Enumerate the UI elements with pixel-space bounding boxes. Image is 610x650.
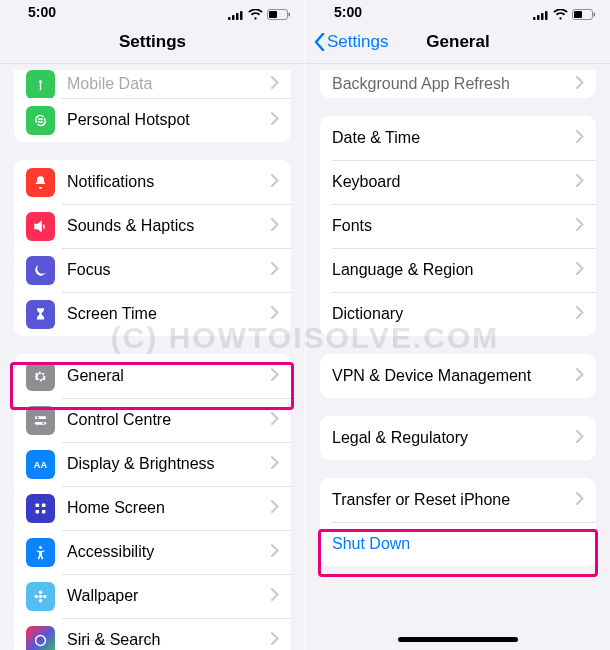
chevron-right-icon: [271, 173, 279, 191]
svg-rect-8: [35, 416, 46, 419]
row-general[interactable]: General: [14, 354, 291, 398]
svg-point-22: [43, 594, 47, 598]
chevron-right-icon: [576, 305, 584, 323]
wifi-icon: [553, 9, 568, 20]
row-home-screen[interactable]: Home Screen: [14, 486, 291, 530]
settings-group-notifications: Notifications Sounds & Haptics Focus Scr…: [14, 160, 291, 336]
chevron-right-icon: [271, 261, 279, 279]
row-label: General: [67, 367, 271, 385]
back-button[interactable]: Settings: [314, 20, 388, 63]
general-group-3: Legal & Regulatory: [320, 416, 596, 460]
status-indicators: [228, 9, 291, 20]
home-indicator[interactable]: [398, 637, 518, 642]
status-time: 5:00: [334, 4, 362, 20]
chevron-right-icon: [576, 261, 584, 279]
signal-icon: [533, 10, 549, 20]
row-mobile-data[interactable]: Mobile Data: [14, 70, 291, 98]
row-label: Focus: [67, 261, 271, 279]
row-date-time[interactable]: Date & Time: [320, 116, 596, 160]
chevron-right-icon: [271, 631, 279, 649]
row-label: Control Centre: [67, 411, 271, 429]
row-shut-down[interactable]: Shut Down: [320, 522, 596, 566]
svg-rect-6: [289, 13, 291, 17]
row-label: Dictionary: [332, 305, 576, 323]
row-label: Wallpaper: [67, 587, 271, 605]
row-label: Transfer or Reset iPhone: [332, 491, 576, 509]
svg-point-10: [37, 416, 39, 418]
svg-rect-30: [594, 13, 596, 17]
row-background-refresh[interactable]: Background App Refresh: [320, 70, 596, 98]
row-label: Legal & Regulatory: [332, 429, 576, 447]
chevron-left-icon: [314, 33, 325, 51]
gear-icon: [26, 362, 55, 391]
chevron-right-icon: [271, 543, 279, 561]
svg-rect-2: [236, 13, 239, 20]
svg-point-11: [42, 422, 44, 424]
svg-rect-16: [42, 509, 46, 513]
svg-point-17: [39, 546, 42, 549]
svg-text:AA: AA: [34, 460, 48, 470]
row-label: Date & Time: [332, 129, 576, 147]
svg-rect-27: [545, 11, 548, 20]
general-group-2: VPN & Device Management: [320, 354, 596, 398]
row-sounds[interactable]: Sounds & Haptics: [14, 204, 291, 248]
switches-icon: [26, 406, 55, 435]
chevron-right-icon: [576, 75, 584, 93]
row-legal[interactable]: Legal & Regulatory: [320, 416, 596, 460]
chevron-right-icon: [271, 587, 279, 605]
general-screen: 5:00 Settings General Background App Ref…: [305, 0, 610, 650]
status-time: 5:00: [28, 4, 56, 20]
row-siri[interactable]: Siri & Search: [14, 618, 291, 650]
row-label: Display & Brightness: [67, 455, 271, 473]
chevron-right-icon: [576, 129, 584, 147]
signal-icon: [228, 10, 244, 20]
hourglass-icon: [26, 300, 55, 329]
grid-icon: [26, 494, 55, 523]
row-dictionary[interactable]: Dictionary: [320, 292, 596, 336]
row-keyboard[interactable]: Keyboard: [320, 160, 596, 204]
row-wallpaper[interactable]: Wallpaper: [14, 574, 291, 618]
row-transfer-reset[interactable]: Transfer or Reset iPhone: [320, 478, 596, 522]
settings-group-partial: Mobile Data Personal Hotspot: [14, 70, 291, 142]
speaker-icon: [26, 212, 55, 241]
row-fonts[interactable]: Fonts: [320, 204, 596, 248]
row-notifications[interactable]: Notifications: [14, 160, 291, 204]
row-vpn[interactable]: VPN & Device Management: [320, 354, 596, 398]
svg-point-18: [39, 594, 43, 598]
svg-point-23: [36, 635, 46, 645]
settings-screen: 5:00 Settings Mobile Data Personal Hotsp…: [0, 0, 305, 650]
row-label: Notifications: [67, 173, 271, 191]
chevron-right-icon: [271, 411, 279, 429]
row-label: Shut Down: [332, 535, 584, 553]
row-display[interactable]: AA Display & Brightness: [14, 442, 291, 486]
chevron-right-icon: [576, 217, 584, 235]
row-language[interactable]: Language & Region: [320, 248, 596, 292]
chevron-right-icon: [576, 429, 584, 447]
wifi-icon: [248, 9, 263, 20]
back-label: Settings: [327, 32, 388, 52]
chevron-right-icon: [271, 367, 279, 385]
row-label: Sounds & Haptics: [67, 217, 271, 235]
row-label: Fonts: [332, 217, 576, 235]
svg-rect-25: [537, 15, 540, 20]
statusbar: 5:00: [306, 0, 610, 20]
chevron-right-icon: [576, 173, 584, 191]
row-focus[interactable]: Focus: [14, 248, 291, 292]
row-accessibility[interactable]: Accessibility: [14, 530, 291, 574]
row-label: Background App Refresh: [332, 75, 576, 93]
svg-point-21: [34, 594, 38, 598]
general-group-1: Date & Time Keyboard Fonts Language & Re…: [320, 116, 596, 336]
row-label: Screen Time: [67, 305, 271, 323]
row-control-centre[interactable]: Control Centre: [14, 398, 291, 442]
settings-list[interactable]: Mobile Data Personal Hotspot Notificatio…: [0, 64, 305, 650]
svg-point-20: [39, 598, 43, 602]
general-list[interactable]: Background App Refresh Date & Time Keybo…: [306, 64, 610, 650]
aa-icon: AA: [26, 450, 55, 479]
chevron-right-icon: [271, 305, 279, 323]
svg-point-7: [39, 80, 42, 83]
row-label: Language & Region: [332, 261, 576, 279]
statusbar: 5:00: [0, 0, 305, 20]
row-personal-hotspot[interactable]: Personal Hotspot: [14, 98, 291, 142]
row-screen-time[interactable]: Screen Time: [14, 292, 291, 336]
row-label: Keyboard: [332, 173, 576, 191]
